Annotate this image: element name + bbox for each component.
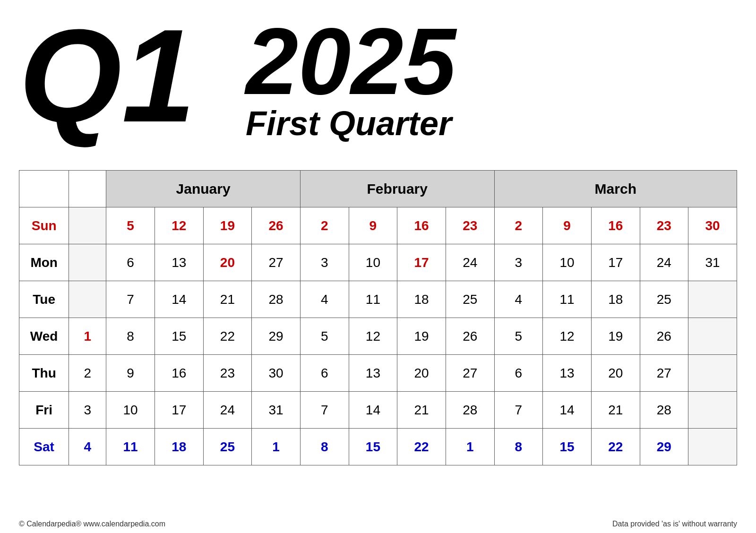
date-cell: 24 — [640, 244, 688, 281]
month-header-row: January February March — [19, 171, 737, 207]
date-cell: 28 — [446, 392, 494, 429]
date-cell: 9 — [543, 207, 592, 244]
date-cell: 11 — [106, 429, 155, 465]
date-cell: 1 — [69, 318, 106, 355]
date-cell: 11 — [349, 281, 397, 318]
date-cell — [69, 244, 106, 281]
date-cell: 10 — [543, 244, 592, 281]
date-cell: 15 — [155, 318, 203, 355]
calendar-row: Sat411182518152218152229 — [19, 429, 737, 465]
date-cell: 21 — [591, 392, 640, 429]
date-cell: 30 — [688, 207, 737, 244]
date-cell — [688, 355, 737, 392]
date-cell: 25 — [446, 281, 494, 318]
date-cell: 13 — [543, 355, 592, 392]
date-cell: 3 — [300, 244, 349, 281]
date-cell: 17 — [155, 392, 203, 429]
date-cell — [688, 281, 737, 318]
date-cell: 14 — [155, 281, 203, 318]
date-cell: 4 — [494, 281, 543, 318]
calendar-table: January February March Sun51219262916232… — [19, 170, 737, 465]
date-cell: 22 — [397, 429, 446, 465]
date-cell: 23 — [203, 355, 252, 392]
day-col-header — [19, 171, 69, 207]
date-cell: 27 — [252, 244, 301, 281]
date-cell: 22 — [591, 429, 640, 465]
date-cell: 24 — [446, 244, 494, 281]
date-cell: 12 — [349, 318, 397, 355]
date-cell: 8 — [494, 429, 543, 465]
date-cell: 27 — [446, 355, 494, 392]
date-cell: 4 — [69, 429, 106, 465]
day-name: Sat — [19, 429, 69, 465]
day-name: Mon — [19, 244, 69, 281]
date-cell: 7 — [494, 392, 543, 429]
date-cell: 20 — [397, 355, 446, 392]
page: Q1 2025 First Quarter January February — [0, 0, 756, 533]
date-cell: 30 — [252, 355, 301, 392]
date-cell: 1 — [252, 429, 301, 465]
date-cell: 22 — [203, 318, 252, 355]
date-cell: 8 — [300, 429, 349, 465]
header-right: 2025 First Quarter — [217, 9, 456, 143]
day-name: Wed — [19, 318, 69, 355]
date-cell: 16 — [155, 355, 203, 392]
date-cell — [688, 392, 737, 429]
date-cell: 5 — [300, 318, 349, 355]
date-cell: 13 — [349, 355, 397, 392]
date-cell: 8 — [106, 318, 155, 355]
date-cell: 14 — [349, 392, 397, 429]
date-cell: 17 — [591, 244, 640, 281]
date-cell: 10 — [349, 244, 397, 281]
date-cell: 18 — [591, 281, 640, 318]
date-cell: 2 — [300, 207, 349, 244]
march-header: March — [494, 171, 737, 207]
calendar-row: Mon61320273101724310172431 — [19, 244, 737, 281]
date-cell: 23 — [640, 207, 688, 244]
date-cell: 19 — [397, 318, 446, 355]
date-cell: 19 — [203, 207, 252, 244]
date-cell: 7 — [300, 392, 349, 429]
date-cell: 4 — [300, 281, 349, 318]
date-cell: 12 — [155, 207, 203, 244]
date-cell: 3 — [494, 244, 543, 281]
date-cell: 31 — [252, 392, 301, 429]
date-cell: 17 — [397, 244, 446, 281]
date-cell: 21 — [203, 281, 252, 318]
calendar: January February March Sun51219262916232… — [19, 170, 737, 517]
date-cell: 6 — [300, 355, 349, 392]
date-cell — [69, 207, 106, 244]
date-cell: 24 — [203, 392, 252, 429]
calendar-row: Tue714212841118254111825 — [19, 281, 737, 318]
date-cell: 27 — [640, 355, 688, 392]
date-cell: 2 — [494, 207, 543, 244]
day-name: Fri — [19, 392, 69, 429]
date-cell: 6 — [106, 244, 155, 281]
date-cell: 16 — [397, 207, 446, 244]
date-cell: 2 — [69, 355, 106, 392]
day-name: Tue — [19, 281, 69, 318]
date-cell: 18 — [397, 281, 446, 318]
year-label: 2025 — [246, 14, 456, 109]
footer: © Calendarpedia® www.calendarpedia.com D… — [19, 517, 737, 528]
date-cell: 31 — [688, 244, 737, 281]
footer-right: Data provided 'as is' without warranty — [612, 520, 737, 528]
date-cell: 29 — [252, 318, 301, 355]
january-header: January — [106, 171, 301, 207]
calendar-row: Sun512192629162329162330 — [19, 207, 737, 244]
date-cell: 14 — [543, 392, 592, 429]
date-cell: 28 — [640, 392, 688, 429]
february-header: February — [300, 171, 494, 207]
header: Q1 2025 First Quarter — [19, 9, 737, 161]
day-name: Thu — [19, 355, 69, 392]
date-cell: 5 — [494, 318, 543, 355]
quarter-logo: Q1 — [19, 9, 217, 142]
day-name: Sun — [19, 207, 69, 244]
date-cell: 20 — [591, 355, 640, 392]
date-cell — [688, 318, 737, 355]
date-cell: 26 — [640, 318, 688, 355]
calendar-row: Thu2916233061320276132027 — [19, 355, 737, 392]
date-cell: 11 — [543, 281, 592, 318]
date-cell: 28 — [252, 281, 301, 318]
date-cell — [69, 281, 106, 318]
